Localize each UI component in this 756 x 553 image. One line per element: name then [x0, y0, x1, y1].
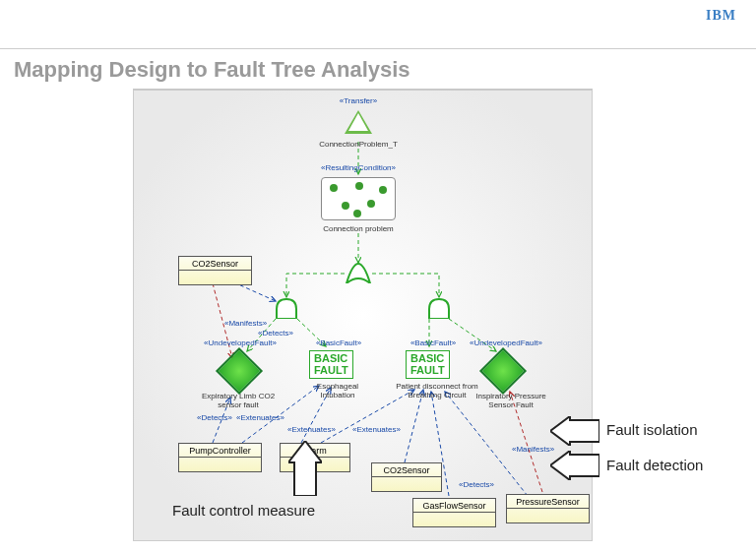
edge-manifests-2: «Manifests» [512, 445, 554, 454]
ibm-logo: IBM [706, 8, 736, 24]
class-gasflowsensor[interactable]: GasFlowSensor [412, 498, 496, 527]
class-title: CO2Sensor [179, 257, 251, 271]
edge-extenuates-3: «Extenuates» [352, 425, 401, 434]
stereo-resulting-condition: «ResultingCondition» [313, 163, 404, 172]
edge-detects-1: «Detects» [258, 329, 293, 338]
diamond-undev-right [479, 347, 527, 395]
edge-detects-2: «Detects» [197, 413, 232, 422]
class-title: PumpController [179, 444, 261, 458]
class-title: PressureSensor [507, 495, 589, 509]
stereo-transfer: «Transfer» [331, 96, 386, 105]
edge-extenuates-2: «Extenuates» [287, 425, 336, 434]
basic-fault-line2: FAULT [314, 364, 348, 376]
or-gate-top [345, 260, 372, 283]
arrow-fault-detection [550, 451, 599, 480]
class-pumpcontroller[interactable]: PumpController [178, 443, 262, 472]
basic-fault-line2: FAULT [410, 364, 445, 376]
page-title: Mapping Design to Fault Tree Analysis [14, 57, 410, 83]
stereo-basic-left: «BasicFault» [307, 338, 370, 347]
diagram-connectors [134, 91, 594, 543]
stereo-basic-right: «BasicFault» [402, 338, 465, 347]
class-pressuresensor[interactable]: PressureSensor [506, 494, 590, 523]
undev-left-label: Expiratory Limb CO2 sensor fault [189, 392, 287, 409]
undev-right-label: Inspiratory Pressure Sensor Fault [467, 392, 555, 409]
and-gate-left [275, 297, 298, 319]
arrow-fault-control [288, 441, 322, 496]
callout-fault-detection: Fault detection [606, 457, 703, 473]
class-title: CO2Sensor [372, 463, 441, 477]
stereo-undev-left: «UndevelopedFault» [195, 338, 285, 347]
condition-box [321, 177, 396, 220]
condition-label: Connection problem [321, 224, 396, 233]
basic-fault-line1: BASIC [314, 352, 347, 364]
diamond-undev-left [216, 347, 263, 395]
class-co2sensor-bottom[interactable]: CO2Sensor [371, 462, 442, 492]
transfer-gate-icon [345, 110, 372, 134]
callout-fault-control: Fault control measure [172, 502, 315, 519]
header-bar: IBM [0, 0, 756, 49]
diagram-frame: «Transfer» ConnectionProblem_T «Resultin… [133, 89, 593, 541]
basic-fault-line1: BASIC [410, 352, 444, 364]
basic-fault-right: BASIC FAULT [406, 350, 450, 379]
callout-fault-isolation: Fault isolation [606, 421, 698, 438]
basic-left-label: Esophageal Intubation [303, 382, 372, 399]
edge-extenuates-1: «Extenuates» [236, 413, 284, 422]
stereo-undev-right: «UndevelopedFault» [461, 338, 551, 347]
arrow-fault-isolation [550, 416, 599, 446]
edge-detects-4: «Detects» [459, 480, 494, 489]
basic-fault-left: BASIC FAULT [309, 350, 353, 379]
and-gate-right [427, 297, 451, 319]
class-title: GasFlowSensor [413, 499, 495, 513]
class-co2sensor-top[interactable]: CO2Sensor [178, 256, 252, 285]
transfer-label: ConnectionProblem_T [303, 140, 413, 149]
edge-manifests-1: «Manifests» [224, 319, 267, 328]
